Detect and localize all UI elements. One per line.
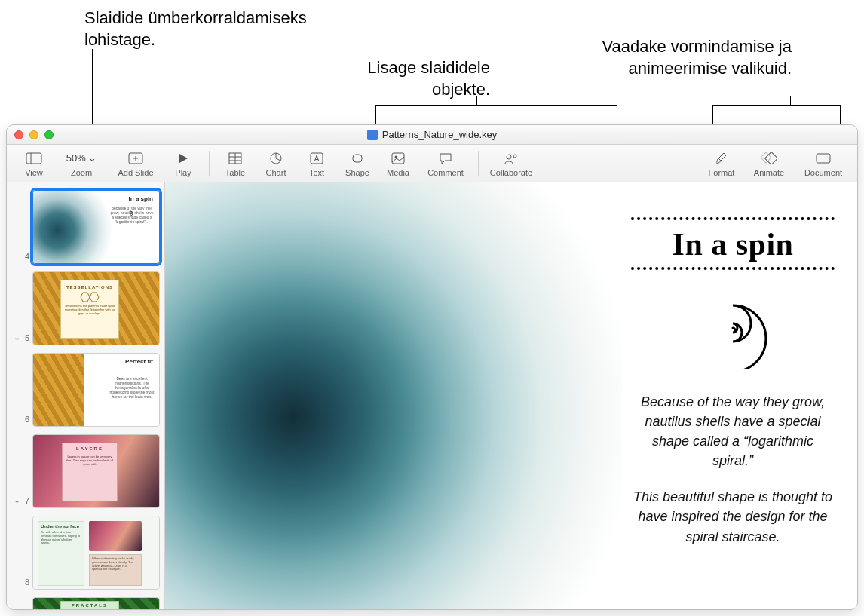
animate-label: Animate (754, 168, 784, 177)
thumb-body: Bees are excellent mathematicians. The h… (109, 376, 155, 399)
svg-point-15 (395, 155, 397, 158)
slide-paragraph-1[interactable]: Because of the way they grow, nautilus s… (631, 392, 835, 470)
slide-thumb-5[interactable]: ⌄ 5 TESSELLATIONS Tessellations are patt… (11, 271, 160, 345)
callout-drag-slides: Slaidide ümberkorraldamiseks lohistage. (84, 8, 333, 51)
slide-thumbnail[interactable]: TESSELLATIONS Tessellations are patterns… (32, 271, 160, 345)
comment-button[interactable]: Comment (419, 147, 472, 180)
slide-thumb-9[interactable]: ⌄ FRACTALS Fractal patterns repeat at ev… (11, 597, 160, 609)
keynote-file-icon (367, 130, 378, 140)
animate-icon (761, 150, 777, 167)
slide-text-block[interactable]: In a spin Because of the way they grow, … (631, 213, 835, 563)
minimize-button[interactable] (29, 130, 38, 139)
slide-number: 4 (22, 252, 32, 261)
slide-thumbnail[interactable]: LAYERS Layers in nature can be very very… (32, 434, 160, 508)
slide-number: 6 (22, 415, 32, 424)
thumb-title: Perfect fit (125, 358, 153, 365)
comment-label: Comment (427, 168, 464, 177)
svg-marker-22 (90, 293, 99, 302)
slide-title[interactable]: In a spin (631, 226, 835, 262)
slide-number: 7 (22, 496, 32, 505)
play-button[interactable]: Play (164, 147, 203, 180)
disclosure-arrow-icon[interactable]: ⌄ (11, 333, 22, 342)
add-slide-label: Add Slide (118, 168, 153, 177)
paintbrush-icon (715, 150, 728, 167)
window-controls (14, 130, 54, 139)
shape-button[interactable]: Shape (338, 147, 377, 180)
svg-marker-5 (179, 154, 188, 163)
slide-thumb-8[interactable]: 8 Under the surface Go with a friend or … (11, 516, 160, 590)
document-filename: Patterns_Nature_wide.key (382, 129, 497, 140)
play-label: Play (175, 168, 191, 177)
dotted-rule (631, 267, 835, 270)
comment-icon (439, 150, 452, 167)
add-slide-button[interactable]: Add Slide (109, 147, 162, 180)
callout-inspectors: Vaadake vormindamise ja animeerimise val… (505, 36, 792, 79)
document-label: Document (804, 168, 842, 177)
slide-navigator[interactable]: 4 In a spin Because of the way they grow… (7, 182, 165, 609)
callout-line (790, 96, 791, 105)
svg-rect-0 (26, 153, 41, 164)
table-button[interactable]: Table (216, 147, 255, 180)
svg-point-17 (513, 155, 516, 158)
media-button[interactable]: Media (378, 147, 418, 180)
thumb-title: TESSELLATIONS (64, 285, 115, 290)
thumb-title: LAYERS (66, 446, 114, 451)
animate-button[interactable]: Animate (743, 147, 795, 180)
slide-thumbnail[interactable]: Perfect fit Bees are excellent mathemati… (32, 353, 160, 427)
slide-thumbnail[interactable]: Under the surface Go with a friend or tw… (32, 516, 160, 590)
keynote-window: Patterns_Nature_wide.key View 50% ⌄ Zoom… (6, 124, 858, 610)
separator (209, 151, 210, 176)
thumb-body: Because of the way they grow, nautilus s… (109, 206, 155, 224)
toolbar: View 50% ⌄ Zoom Add Slide Play Table (7, 145, 857, 182)
thumb-title: FRACTALS (63, 603, 117, 608)
zoom-label: Zoom (71, 168, 92, 177)
plus-icon (128, 150, 143, 167)
callout-line (712, 105, 840, 106)
view-icon (26, 150, 42, 167)
text-button[interactable]: A Text (297, 147, 336, 180)
slide-thumb-7[interactable]: ⌄ 7 LAYERS Layers in nature can be very … (11, 434, 160, 508)
view-label: View (25, 168, 43, 177)
separator (478, 151, 479, 176)
dotted-rule (631, 217, 835, 220)
table-label: Table (225, 168, 245, 177)
media-icon (391, 150, 405, 167)
document-icon (816, 150, 831, 167)
collaborate-label: Collaborate (490, 168, 532, 177)
svg-rect-13 (353, 155, 362, 162)
thumb-title: Under the surface (41, 524, 81, 529)
slide-thumb-4[interactable]: 4 In a spin Because of the way they grow… (11, 190, 160, 264)
slide-thumb-6[interactable]: 6 Perfect fit Bees are excellent mathema… (11, 353, 160, 427)
zoom-button[interactable] (44, 130, 54, 139)
document-title: Patterns_Nature_wide.key (7, 129, 857, 140)
slide-background-image (165, 182, 622, 609)
document-button[interactable]: Document (797, 147, 850, 180)
chart-icon (269, 150, 283, 167)
slide-number: 5 (22, 333, 32, 342)
spiral-icon (631, 287, 835, 369)
thumb-title: In a spin (129, 195, 153, 202)
svg-point-16 (507, 155, 511, 159)
slide-thumbnail[interactable]: In a spin Because of the way they grow, … (32, 190, 160, 264)
close-button[interactable] (14, 130, 23, 139)
view-button[interactable]: View (14, 147, 54, 180)
callout-add-objects: Lisage slaididele objekte. (332, 57, 490, 100)
svg-marker-21 (81, 293, 90, 302)
window-titlebar: Patterns_Nature_wide.key (7, 125, 857, 145)
collaborate-icon (504, 150, 519, 167)
collaborate-button[interactable]: Collaborate (485, 147, 538, 180)
disclosure-arrow-icon[interactable]: ⌄ (11, 495, 22, 505)
chart-label: Chart (266, 168, 286, 177)
format-button[interactable]: Format (702, 147, 741, 180)
shape-label: Shape (345, 168, 369, 177)
zoom-menu[interactable]: 50% ⌄ Zoom (55, 147, 108, 180)
text-icon: A (310, 150, 323, 167)
slide-canvas[interactable]: In a spin Because of the way they grow, … (165, 182, 857, 609)
slide-thumbnail[interactable]: FRACTALS Fractal patterns repeat at ever… (32, 597, 160, 609)
callout-line (476, 96, 477, 105)
format-label: Format (709, 168, 735, 177)
zoom-value: 50% ⌄ (66, 150, 97, 167)
callout-line (375, 105, 617, 106)
slide-paragraph-2[interactable]: This beautiful shape is thought to have … (631, 487, 835, 546)
chart-button[interactable]: Chart (256, 147, 296, 180)
